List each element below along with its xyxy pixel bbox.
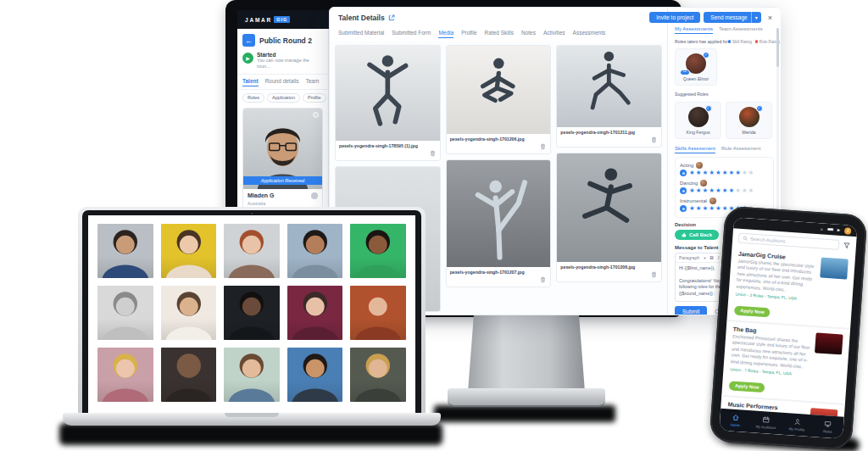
role-card-merida[interactable]: ✓Merida [726, 102, 772, 139]
media-card[interactable]: pexels-yogendra-singh-1701207.jpg [446, 159, 552, 287]
call-back-button[interactable]: Call Back [675, 230, 719, 240]
star-icon[interactable]: ★ [715, 187, 721, 194]
star-icon[interactable]: ★ [748, 187, 754, 194]
portrait-photo-10[interactable] [350, 286, 406, 340]
apply-now-button[interactable]: Apply Now [734, 305, 771, 317]
star-icon[interactable]: ★ [709, 170, 715, 176]
tab-profile[interactable]: Profile [461, 28, 476, 38]
trash-icon[interactable] [540, 276, 546, 283]
media-card[interactable]: pexels-yogendra-singh-1701206.jpg [446, 45, 552, 154]
apply-now-button[interactable]: Apply Now [729, 381, 765, 393]
star-icon[interactable]: ★ [689, 170, 695, 176]
close-icon[interactable]: × [768, 14, 772, 22]
media-image[interactable] [447, 160, 551, 267]
star-icon[interactable]: ★ [702, 170, 708, 176]
filter-funnel-icon[interactable] [843, 242, 851, 249]
star-icon[interactable]: ★ [722, 170, 728, 176]
tab-submitted-material[interactable]: Submitted Material [338, 28, 384, 38]
star-icon[interactable]: ★ [696, 205, 702, 212]
portrait-photo-3[interactable] [224, 224, 280, 278]
sidebar-chip-roles[interactable]: Roles [242, 93, 264, 103]
profile-avatar[interactable]: J [844, 227, 852, 235]
star-icon[interactable]: ★ [715, 170, 721, 176]
panel-tab-team-assessments[interactable]: Team Assessments [719, 26, 763, 34]
portrait-photo-7[interactable] [161, 286, 217, 340]
portrait-photo-14[interactable] [287, 348, 343, 402]
portrait-photo-2[interactable] [161, 224, 217, 278]
star-icon[interactable]: ★ [722, 205, 728, 212]
nav-item-home[interactable]: Home [719, 409, 751, 432]
role-card-queen-elinor[interactable]: ✓•••Queen Elinor [675, 48, 717, 86]
nav-item-my-auditions[interactable]: My Auditions [750, 410, 782, 434]
star-icon[interactable]: ★ [715, 205, 721, 212]
sidebar-chip-application[interactable]: Application [267, 93, 300, 103]
star-icon[interactable]: ★ [728, 187, 734, 194]
star-icon[interactable]: ★ [735, 187, 741, 194]
star-icon[interactable]: ★ [742, 187, 748, 194]
portrait-photo-12[interactable] [161, 348, 217, 402]
star-icon[interactable]: ★ [696, 187, 702, 194]
sidebar-tab-talent[interactable]: Talent [242, 78, 259, 86]
portrait-photo-6[interactable] [97, 286, 153, 340]
nav-item-my-profile[interactable]: My Profile [781, 413, 813, 437]
tab-activities[interactable]: Activities [543, 28, 565, 38]
invite-to-project-button[interactable]: Invite to project [649, 12, 700, 23]
tab-media[interactable]: Media [438, 28, 453, 38]
send-message-button[interactable]: Send message [704, 12, 754, 23]
external-link-icon[interactable] [388, 14, 395, 21]
tab-notes[interactable]: Notes [521, 28, 536, 38]
sidebar-tab-round-details[interactable]: Round details [265, 78, 299, 86]
media-image[interactable] [447, 46, 551, 134]
audition-card-the-bag[interactable]: The BagEnchanted Princess® shares the sp… [721, 321, 850, 405]
portrait-photo-8[interactable] [224, 286, 280, 340]
star-icon[interactable]: ★ [728, 170, 734, 176]
select-radio[interactable] [313, 112, 319, 118]
trash-icon[interactable] [430, 150, 436, 157]
nav-item-roles[interactable]: Roles [812, 415, 844, 438]
back-button[interactable]: ← [242, 34, 255, 47]
star-icon[interactable]: ★ [689, 205, 695, 212]
star-icon[interactable]: ★ [709, 187, 715, 194]
media-card[interactable]: pexels-yogendra-singh-1701211.jpg [556, 45, 662, 148]
media-image[interactable] [336, 46, 440, 141]
assessment-tab-role-assessment[interactable]: Role Assessment [721, 146, 760, 153]
cast-close-icon[interactable]: × [821, 226, 823, 231]
paragraph-dropdown[interactable]: Paragraph [679, 255, 699, 260]
panel-tab-my-assessments[interactable]: My Assessments [675, 26, 713, 34]
tab-assessments[interactable]: Assessments [573, 28, 606, 38]
media-card[interactable]: pexels-yogendra-singh-1701206.jpg [556, 153, 662, 282]
portrait-photo-15[interactable] [350, 348, 406, 402]
media-image[interactable] [557, 153, 661, 262]
star-icon[interactable]: ★ [735, 170, 741, 176]
send-message-caret[interactable]: ▾ [751, 12, 761, 23]
scrollbar-thumb[interactable] [776, 28, 779, 67]
tab-rated-skills[interactable]: Rated Skills [485, 28, 514, 38]
trash-icon[interactable] [540, 143, 546, 150]
star-icon[interactable]: ★ [702, 205, 708, 212]
italic-button[interactable]: I [718, 255, 720, 260]
portrait-photo-5[interactable] [350, 224, 406, 278]
portrait-photo-11[interactable] [97, 348, 153, 402]
assessment-tab-skills-assessment[interactable]: Skills Assessment [675, 146, 715, 153]
star-icon[interactable]: ★ [748, 170, 754, 176]
star-icon[interactable]: ★ [696, 170, 702, 176]
trash-icon[interactable] [651, 271, 657, 278]
audition-card-jamargig-cruise[interactable]: JamarGig CruiseJamarGig shares the spect… [726, 246, 855, 330]
star-icon[interactable]: ★ [722, 187, 728, 194]
role-card-king-fergus[interactable]: ✓King Fergus [675, 102, 721, 139]
portrait-photo-1[interactable] [97, 224, 153, 278]
star-icon[interactable]: ★ [689, 187, 695, 194]
sidebar-tab-team[interactable]: Team [305, 78, 319, 86]
media-image[interactable] [557, 46, 661, 127]
star-icon[interactable]: ★ [709, 205, 715, 212]
portrait-photo-9[interactable] [287, 286, 343, 340]
portrait-photo-13[interactable] [224, 348, 280, 402]
tab-submitted-form[interactable]: Submitted Form [392, 28, 431, 38]
star-rating[interactable]: ★★★★★★★★★★ [680, 187, 769, 194]
sidebar-chip-profile[interactable]: Profile [303, 93, 326, 103]
bold-button[interactable]: B [710, 255, 714, 260]
media-card[interactable]: pexels-yogendra-singh-178595 (1).jpg [335, 45, 441, 161]
portrait-photo-4[interactable] [287, 224, 343, 278]
submit-button[interactable]: Submit [675, 306, 707, 315]
star-icon[interactable]: ★ [742, 170, 748, 176]
